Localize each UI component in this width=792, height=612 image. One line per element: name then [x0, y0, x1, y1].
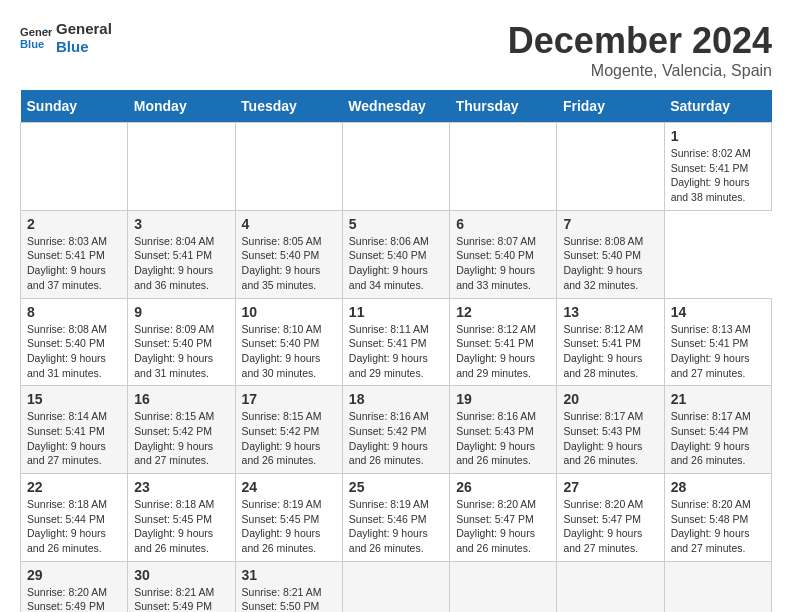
day-number: 10	[242, 304, 336, 320]
calendar-week-row: 22Sunrise: 8:18 AM Sunset: 5:44 PM Dayli…	[21, 474, 772, 562]
empty-cell	[342, 561, 449, 612]
day-number: 5	[349, 216, 443, 232]
calendar-day-cell: 6Sunrise: 8:07 AM Sunset: 5:40 PM Daylig…	[450, 210, 557, 298]
calendar-day-cell: 19Sunrise: 8:16 AM Sunset: 5:43 PM Dayli…	[450, 386, 557, 474]
day-detail: Sunrise: 8:16 AM Sunset: 5:43 PM Dayligh…	[456, 409, 550, 468]
day-detail: Sunrise: 8:08 AM Sunset: 5:40 PM Dayligh…	[563, 234, 657, 293]
day-number: 20	[563, 391, 657, 407]
calendar-day-cell: 11Sunrise: 8:11 AM Sunset: 5:41 PM Dayli…	[342, 298, 449, 386]
day-number: 11	[349, 304, 443, 320]
calendar-day-cell: 29Sunrise: 8:20 AM Sunset: 5:49 PM Dayli…	[21, 561, 128, 612]
empty-cell	[235, 123, 342, 211]
calendar-week-row: 2Sunrise: 8:03 AM Sunset: 5:41 PM Daylig…	[21, 210, 772, 298]
calendar-day-cell: 24Sunrise: 8:19 AM Sunset: 5:45 PM Dayli…	[235, 474, 342, 562]
logo: General Blue General Blue	[20, 20, 112, 56]
day-detail: Sunrise: 8:20 AM Sunset: 5:47 PM Dayligh…	[563, 497, 657, 556]
day-number: 23	[134, 479, 228, 495]
day-detail: Sunrise: 8:15 AM Sunset: 5:42 PM Dayligh…	[134, 409, 228, 468]
day-number: 22	[27, 479, 121, 495]
day-detail: Sunrise: 8:15 AM Sunset: 5:42 PM Dayligh…	[242, 409, 336, 468]
day-number: 15	[27, 391, 121, 407]
day-number: 13	[563, 304, 657, 320]
day-number: 24	[242, 479, 336, 495]
empty-cell	[557, 561, 664, 612]
calendar-day-cell: 9Sunrise: 8:09 AM Sunset: 5:40 PM Daylig…	[128, 298, 235, 386]
calendar-day-cell: 18Sunrise: 8:16 AM Sunset: 5:42 PM Dayli…	[342, 386, 449, 474]
calendar-day-cell: 1Sunrise: 8:02 AM Sunset: 5:41 PM Daylig…	[664, 123, 771, 211]
day-number: 16	[134, 391, 228, 407]
day-detail: Sunrise: 8:20 AM Sunset: 5:49 PM Dayligh…	[27, 585, 121, 612]
day-detail: Sunrise: 8:13 AM Sunset: 5:41 PM Dayligh…	[671, 322, 765, 381]
day-number: 17	[242, 391, 336, 407]
day-number: 31	[242, 567, 336, 583]
calendar-header-row: SundayMondayTuesdayWednesdayThursdayFrid…	[21, 90, 772, 123]
title-area: December 2024 Mogente, Valencia, Spain	[508, 20, 772, 80]
calendar-day-cell: 31Sunrise: 8:21 AM Sunset: 5:50 PM Dayli…	[235, 561, 342, 612]
calendar-day-cell: 8Sunrise: 8:08 AM Sunset: 5:40 PM Daylig…	[21, 298, 128, 386]
day-of-week-monday: Monday	[128, 90, 235, 123]
calendar-week-row: 29Sunrise: 8:20 AM Sunset: 5:49 PM Dayli…	[21, 561, 772, 612]
day-of-week-tuesday: Tuesday	[235, 90, 342, 123]
day-number: 2	[27, 216, 121, 232]
day-detail: Sunrise: 8:17 AM Sunset: 5:44 PM Dayligh…	[671, 409, 765, 468]
calendar-table: SundayMondayTuesdayWednesdayThursdayFrid…	[20, 90, 772, 612]
calendar-day-cell: 15Sunrise: 8:14 AM Sunset: 5:41 PM Dayli…	[21, 386, 128, 474]
calendar-day-cell: 14Sunrise: 8:13 AM Sunset: 5:41 PM Dayli…	[664, 298, 771, 386]
day-detail: Sunrise: 8:03 AM Sunset: 5:41 PM Dayligh…	[27, 234, 121, 293]
calendar-day-cell: 4Sunrise: 8:05 AM Sunset: 5:40 PM Daylig…	[235, 210, 342, 298]
day-detail: Sunrise: 8:21 AM Sunset: 5:50 PM Dayligh…	[242, 585, 336, 612]
day-detail: Sunrise: 8:04 AM Sunset: 5:41 PM Dayligh…	[134, 234, 228, 293]
day-number: 7	[563, 216, 657, 232]
day-number: 8	[27, 304, 121, 320]
calendar-day-cell: 26Sunrise: 8:20 AM Sunset: 5:47 PM Dayli…	[450, 474, 557, 562]
day-number: 29	[27, 567, 121, 583]
day-detail: Sunrise: 8:10 AM Sunset: 5:40 PM Dayligh…	[242, 322, 336, 381]
day-of-week-saturday: Saturday	[664, 90, 771, 123]
svg-text:General: General	[20, 26, 52, 38]
empty-cell	[664, 561, 771, 612]
day-detail: Sunrise: 8:19 AM Sunset: 5:45 PM Dayligh…	[242, 497, 336, 556]
empty-cell	[342, 123, 449, 211]
svg-text:Blue: Blue	[20, 38, 44, 50]
day-number: 28	[671, 479, 765, 495]
calendar-week-row: 8Sunrise: 8:08 AM Sunset: 5:40 PM Daylig…	[21, 298, 772, 386]
day-number: 18	[349, 391, 443, 407]
day-number: 1	[671, 128, 765, 144]
calendar-day-cell: 30Sunrise: 8:21 AM Sunset: 5:49 PM Dayli…	[128, 561, 235, 612]
calendar-subtitle: Mogente, Valencia, Spain	[508, 62, 772, 80]
day-number: 30	[134, 567, 228, 583]
calendar-day-cell: 23Sunrise: 8:18 AM Sunset: 5:45 PM Dayli…	[128, 474, 235, 562]
calendar-day-cell: 27Sunrise: 8:20 AM Sunset: 5:47 PM Dayli…	[557, 474, 664, 562]
calendar-title: December 2024	[508, 20, 772, 62]
day-detail: Sunrise: 8:11 AM Sunset: 5:41 PM Dayligh…	[349, 322, 443, 381]
logo-icon: General Blue	[20, 22, 52, 54]
day-detail: Sunrise: 8:18 AM Sunset: 5:44 PM Dayligh…	[27, 497, 121, 556]
calendar-day-cell: 17Sunrise: 8:15 AM Sunset: 5:42 PM Dayli…	[235, 386, 342, 474]
calendar-day-cell: 16Sunrise: 8:15 AM Sunset: 5:42 PM Dayli…	[128, 386, 235, 474]
calendar-day-cell: 3Sunrise: 8:04 AM Sunset: 5:41 PM Daylig…	[128, 210, 235, 298]
day-detail: Sunrise: 8:02 AM Sunset: 5:41 PM Dayligh…	[671, 146, 765, 205]
day-number: 27	[563, 479, 657, 495]
calendar-week-row: 15Sunrise: 8:14 AM Sunset: 5:41 PM Dayli…	[21, 386, 772, 474]
day-detail: Sunrise: 8:21 AM Sunset: 5:49 PM Dayligh…	[134, 585, 228, 612]
logo-text-general: General	[56, 20, 112, 38]
day-detail: Sunrise: 8:14 AM Sunset: 5:41 PM Dayligh…	[27, 409, 121, 468]
empty-cell	[450, 561, 557, 612]
day-detail: Sunrise: 8:06 AM Sunset: 5:40 PM Dayligh…	[349, 234, 443, 293]
calendar-day-cell: 5Sunrise: 8:06 AM Sunset: 5:40 PM Daylig…	[342, 210, 449, 298]
empty-cell	[21, 123, 128, 211]
calendar-day-cell: 25Sunrise: 8:19 AM Sunset: 5:46 PM Dayli…	[342, 474, 449, 562]
calendar-day-cell: 28Sunrise: 8:20 AM Sunset: 5:48 PM Dayli…	[664, 474, 771, 562]
day-number: 6	[456, 216, 550, 232]
day-number: 19	[456, 391, 550, 407]
day-number: 9	[134, 304, 228, 320]
calendar-day-cell: 13Sunrise: 8:12 AM Sunset: 5:41 PM Dayli…	[557, 298, 664, 386]
day-detail: Sunrise: 8:12 AM Sunset: 5:41 PM Dayligh…	[456, 322, 550, 381]
day-detail: Sunrise: 8:08 AM Sunset: 5:40 PM Dayligh…	[27, 322, 121, 381]
day-detail: Sunrise: 8:07 AM Sunset: 5:40 PM Dayligh…	[456, 234, 550, 293]
day-detail: Sunrise: 8:05 AM Sunset: 5:40 PM Dayligh…	[242, 234, 336, 293]
day-number: 26	[456, 479, 550, 495]
calendar-day-cell: 7Sunrise: 8:08 AM Sunset: 5:40 PM Daylig…	[557, 210, 664, 298]
day-number: 21	[671, 391, 765, 407]
day-number: 3	[134, 216, 228, 232]
